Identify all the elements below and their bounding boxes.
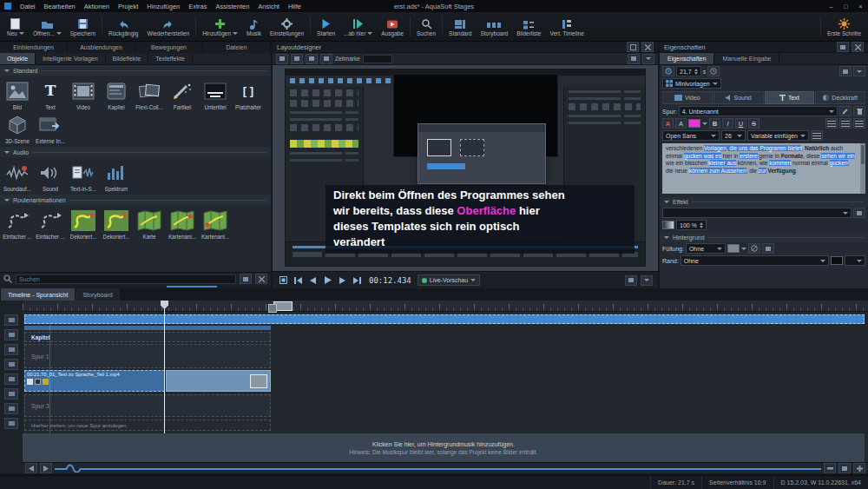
align-center-icon[interactable] bbox=[839, 118, 852, 129]
border-color-swatch[interactable] bbox=[831, 256, 843, 265]
stepper-icon[interactable] bbox=[694, 69, 698, 75]
toolbar-starten-button[interactable]: Starten bbox=[312, 13, 339, 40]
object-kartenanimation-1[interactable]: Kartenani... bbox=[166, 207, 199, 241]
link-tool-icon[interactable] bbox=[4, 359, 18, 370]
object-video[interactable]: Video bbox=[67, 77, 100, 111]
filter-icon[interactable] bbox=[240, 274, 252, 284]
menu-hinzufuegen[interactable]: Hinzufügen bbox=[142, 3, 184, 10]
video-clip-extension[interactable] bbox=[166, 370, 271, 392]
object-dekorierter-pfad-1[interactable]: Dekoriert... bbox=[67, 207, 100, 241]
options-icon[interactable] bbox=[642, 54, 654, 64]
spur-select[interactable]: 4. Unbenannt bbox=[679, 106, 838, 116]
section-routenanimationen[interactable]: Routenanimationen bbox=[0, 195, 271, 205]
maximize-button[interactable]: □ bbox=[838, 0, 853, 12]
close-panel-icon[interactable] bbox=[641, 42, 654, 52]
list-icon[interactable] bbox=[811, 130, 823, 141]
snap-icon[interactable] bbox=[291, 54, 303, 64]
timeline-ruler[interactable] bbox=[23, 301, 868, 312]
tab-deckkraft[interactable]: Deckkraft bbox=[815, 91, 865, 104]
toolbar-vert-timeline-button[interactable]: Vert. Timeline bbox=[545, 13, 588, 40]
toolbar-wiederherstellen-button[interactable]: Wiederherstellen bbox=[142, 13, 194, 40]
video-clip[interactable]: 00:21.70_01_Text zu Sprache_Teil 1.mp4 bbox=[24, 370, 165, 392]
font-size-select[interactable]: 26 bbox=[721, 130, 746, 141]
track-settings-icon[interactable] bbox=[4, 418, 18, 429]
border-width-field[interactable] bbox=[845, 255, 865, 266]
object-einfacher-pfad-1[interactable]: Einfacher ... bbox=[1, 207, 34, 241]
tab-text[interactable]: Text bbox=[765, 91, 815, 104]
subtitle-text-object[interactable]: Direkt beim Öffnen des Programmes sehen … bbox=[326, 185, 635, 254]
object-dekorierter-pfad-2[interactable]: Dekoriert... bbox=[100, 207, 133, 241]
effekt-preview-icon[interactable] bbox=[853, 208, 865, 218]
toolbar-storyboard-button[interactable]: Storyboard bbox=[476, 13, 512, 40]
align-right-icon[interactable] bbox=[853, 118, 865, 129]
float-window-icon[interactable] bbox=[627, 42, 639, 52]
grid-icon[interactable] bbox=[276, 54, 288, 64]
clear-search-icon[interactable] bbox=[255, 274, 267, 284]
toolbar-einstellungen-button[interactable]: Einstellungen bbox=[266, 13, 308, 40]
menu-hilfe[interactable]: Hilfe bbox=[284, 3, 306, 10]
object-soundaufnahme[interactable]: Soundauf... bbox=[1, 159, 34, 193]
toolbar-bilderliste-button[interactable]: Bilderliste bbox=[512, 13, 545, 40]
toolbar-oeffnen-button[interactable]: Öffnen... bbox=[29, 13, 66, 40]
toolbar-neu-button[interactable]: Neu bbox=[3, 13, 29, 40]
rand-select[interactable]: Ohne bbox=[681, 255, 829, 266]
pin-icon[interactable] bbox=[837, 42, 849, 52]
opacity-gradient-swatch[interactable] bbox=[662, 221, 674, 229]
toolbar-abhier-button[interactable]: ...ab hier bbox=[339, 13, 377, 40]
play-preview-icon[interactable] bbox=[322, 274, 333, 286]
preview-mode-select[interactable]: Live-Vorschau bbox=[418, 274, 480, 286]
object-karte[interactable]: Karte bbox=[133, 207, 166, 241]
object-externe-inhalte[interactable]: Externe In... bbox=[34, 111, 67, 145]
toolbar-rueckgaengig-button[interactable]: Rückgängig bbox=[104, 13, 142, 40]
object-einfacher-pfad-2[interactable]: Einfacher ... bbox=[34, 207, 67, 241]
menu-projekt[interactable]: Projekt bbox=[114, 3, 142, 10]
italic-button[interactable]: I bbox=[722, 118, 733, 129]
object-partikel[interactable]: Partikel bbox=[166, 77, 199, 111]
timeline-overview-scrollbar[interactable] bbox=[55, 464, 821, 472]
lock-tool-icon[interactable] bbox=[4, 388, 18, 400]
font-background-button[interactable]: A bbox=[675, 118, 687, 129]
zoom-tool-icon[interactable] bbox=[4, 403, 18, 414]
font-color-button[interactable]: A bbox=[662, 118, 674, 129]
zeitmarke-input[interactable] bbox=[363, 55, 392, 63]
fuellung-select[interactable]: Ohne bbox=[686, 243, 726, 254]
rotate-icon[interactable] bbox=[320, 54, 332, 64]
close-panel-icon[interactable] bbox=[852, 42, 864, 52]
zoom-in-icon[interactable] bbox=[853, 463, 865, 473]
object-text[interactable]: TText bbox=[34, 77, 67, 111]
playhead[interactable] bbox=[164, 301, 165, 433]
menu-ansicht[interactable]: Ansicht bbox=[253, 3, 284, 10]
step-back-icon[interactable] bbox=[307, 274, 319, 286]
target-icon[interactable] bbox=[662, 66, 674, 76]
variable-insert-button[interactable]: Variable einfügen bbox=[747, 130, 809, 141]
scrollbar-thumb[interactable] bbox=[167, 286, 217, 287]
to-start-icon[interactable] bbox=[293, 274, 304, 286]
view-options-icon[interactable] bbox=[641, 275, 653, 286]
strikethrough-button[interactable]: S bbox=[748, 118, 760, 129]
scrollbar-thumb[interactable] bbox=[861, 145, 865, 164]
tab-eigenschaften[interactable]: Eigenschaften bbox=[660, 53, 714, 64]
tab-timeline-spuransicht[interactable]: Timeline - Spuransicht bbox=[1, 288, 75, 301]
search-input[interactable] bbox=[16, 274, 236, 284]
no-fill-icon[interactable] bbox=[748, 243, 760, 254]
fill-options-icon[interactable] bbox=[762, 243, 774, 254]
fullscreen-icon[interactable] bbox=[625, 275, 637, 286]
section-standard[interactable]: Standard bbox=[0, 65, 271, 76]
object-3d-szene[interactable]: 3D-Szene bbox=[1, 111, 34, 145]
object-text-in-sprache[interactable]: Text-in-S... bbox=[67, 159, 100, 193]
opacity-field[interactable]: 100 % bbox=[676, 220, 707, 230]
camera-icon[interactable] bbox=[628, 54, 640, 64]
editor-scrollbar[interactable] bbox=[860, 143, 865, 194]
toolbar-erste-schritte-button[interactable]: Erste Schritte bbox=[823, 13, 865, 40]
more-options-icon[interactable] bbox=[853, 66, 865, 76]
preview-mode-icon[interactable] bbox=[278, 274, 289, 286]
scroll-right-icon[interactable] bbox=[40, 463, 52, 473]
sub-track-item[interactable] bbox=[24, 326, 271, 330]
tab-video[interactable]: Video bbox=[662, 91, 713, 104]
menu-bearbeiten[interactable]: Bearbeiten bbox=[40, 3, 80, 10]
object-spektrum[interactable]: Spektrum bbox=[100, 159, 133, 193]
zoom-fit-icon[interactable] bbox=[306, 54, 318, 64]
step-forward-icon[interactable] bbox=[337, 274, 348, 286]
effekt-select[interactable] bbox=[662, 208, 852, 218]
clock-icon[interactable] bbox=[707, 66, 720, 76]
